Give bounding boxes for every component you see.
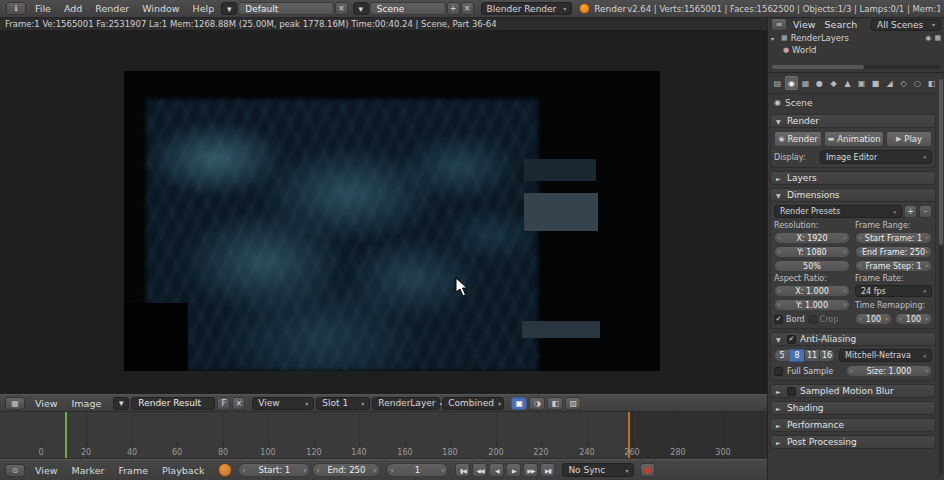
tab-data[interactable]: ■ bbox=[869, 76, 882, 90]
frame-step-field[interactable]: Frame Step: 1 bbox=[855, 260, 932, 272]
antialiasing-checkbox[interactable]: ✓ bbox=[787, 335, 796, 344]
panel-shading-header[interactable]: ► Shading bbox=[770, 401, 936, 415]
scene-name-field[interactable]: Scene bbox=[370, 2, 446, 15]
editor-type-info-button[interactable]: ℹ bbox=[6, 2, 26, 15]
scrollbar-thumb[interactable] bbox=[939, 79, 943, 245]
render-restriction-icon[interactable]: ▦ bbox=[934, 34, 941, 42]
outliner-menu-view[interactable]: View bbox=[790, 18, 819, 31]
menu-render[interactable]: Render bbox=[89, 2, 135, 15]
play-reverse-button[interactable]: ◀ bbox=[489, 463, 504, 477]
timeline-menu-playback[interactable]: Playback bbox=[156, 464, 210, 477]
remap-new-field[interactable]: 100 bbox=[895, 313, 932, 325]
full-sample-checkbox[interactable] bbox=[774, 367, 783, 376]
display-mode-dropdown[interactable]: Image Editor▾ bbox=[820, 150, 932, 164]
scrollbar-thumb[interactable] bbox=[772, 65, 864, 69]
tab-particles[interactable]: ○ bbox=[911, 76, 924, 90]
render-button[interactable]: ◉Render bbox=[774, 131, 822, 147]
aa-samples-16-button[interactable]: 16 bbox=[819, 349, 835, 362]
tab-material[interactable]: ◢ bbox=[883, 76, 896, 90]
image-menu-image[interactable]: Image bbox=[66, 397, 108, 410]
image-paint-mode-button[interactable]: ▨ bbox=[565, 397, 581, 410]
properties-vertical-scrollbar[interactable] bbox=[939, 79, 943, 475]
display-channels-color-button[interactable]: ▣ bbox=[511, 397, 527, 410]
timeline-ruler[interactable]: 0 20 40 60 80 100 120 140 160 180 200 22… bbox=[0, 412, 767, 459]
editor-type-outliner-button[interactable]: ≡ bbox=[771, 18, 787, 31]
menu-help[interactable]: Help bbox=[187, 2, 221, 15]
panel-dimensions-header[interactable]: ▼ Dimensions bbox=[770, 188, 936, 202]
end-frame-field[interactable]: End: 250 bbox=[312, 463, 380, 477]
preset-add-button[interactable]: + bbox=[904, 205, 917, 218]
slot-dropdown[interactable]: Slot 1▾ bbox=[316, 397, 370, 410]
image-menu-view[interactable]: View bbox=[29, 397, 64, 410]
tab-scene[interactable]: ▦ bbox=[799, 76, 812, 90]
panel-post-processing-header[interactable]: ► Post Processing bbox=[770, 435, 936, 449]
panel-render-header[interactable]: ▼ Render bbox=[770, 114, 936, 128]
view-mode-dropdown[interactable]: View▾ bbox=[252, 397, 314, 410]
screen-layout-name-field[interactable]: Default bbox=[238, 2, 334, 15]
start-frame-field[interactable]: Start: 1 bbox=[238, 463, 310, 477]
outliner-scope-dropdown[interactable]: All Scenes▾ bbox=[871, 19, 941, 31]
scene-unlink-button[interactable]: × bbox=[461, 2, 474, 15]
screen-layout-unlink-button[interactable]: × bbox=[335, 2, 348, 15]
jump-to-end-button[interactable]: ▶▮ bbox=[540, 463, 555, 477]
outliner-item-world[interactable]: ● World bbox=[768, 44, 944, 56]
prev-keyframe-button[interactable]: ◀◀ bbox=[472, 463, 487, 477]
play-rendered-button[interactable]: ▶Play bbox=[886, 131, 932, 147]
crop-checkbox[interactable] bbox=[808, 315, 817, 324]
current-frame-field[interactable]: 1 bbox=[386, 463, 448, 477]
start-frame-field[interactable]: Start Frame: 1 bbox=[855, 232, 932, 244]
tab-object[interactable]: ◆ bbox=[827, 76, 840, 90]
aspect-x-field[interactable]: X: 1.000 bbox=[774, 285, 850, 297]
render-presets-dropdown[interactable]: Render Presets▾ bbox=[774, 205, 902, 218]
play-button[interactable]: ▶ bbox=[506, 463, 521, 477]
tab-modifiers[interactable]: ▣ bbox=[855, 76, 868, 90]
camera-restriction-icon[interactable]: ◉ bbox=[925, 34, 931, 42]
preview-range-clock-icon[interactable] bbox=[218, 463, 232, 477]
menu-file[interactable]: File bbox=[29, 2, 57, 15]
image-unlink-button[interactable]: × bbox=[232, 397, 245, 410]
image-editor-viewport[interactable] bbox=[0, 31, 767, 394]
tab-texture[interactable]: ◇ bbox=[897, 76, 910, 90]
aa-samples-11-button[interactable]: 11 bbox=[804, 349, 820, 362]
record-button[interactable] bbox=[640, 463, 655, 477]
render-pass-dropdown[interactable]: Combined▾ bbox=[442, 397, 504, 410]
tab-world[interactable]: ● bbox=[813, 76, 826, 90]
render-layer-dropdown[interactable]: RenderLayer▾ bbox=[372, 397, 440, 410]
disclosure-icon[interactable]: ▾ bbox=[771, 35, 778, 42]
aspect-y-field[interactable]: Y: 1.000 bbox=[774, 299, 850, 311]
aa-samples-5-button[interactable]: 5 bbox=[774, 349, 790, 362]
panel-layers-header[interactable]: ► Layers bbox=[770, 171, 936, 185]
render-engine-dropdown[interactable]: Blender Render▾ bbox=[481, 2, 573, 15]
panel-performance-header[interactable]: ► Performance bbox=[770, 418, 936, 432]
editor-type-timeline-button[interactable]: ⊙ bbox=[5, 464, 25, 477]
outliner-horizontal-scrollbar[interactable] bbox=[772, 65, 940, 69]
screen-layout-browse-button[interactable]: ▾ bbox=[221, 2, 237, 15]
sync-mode-dropdown[interactable]: No Sync▾ bbox=[562, 463, 634, 477]
tab-render[interactable]: ◉ bbox=[785, 76, 798, 90]
preset-remove-button[interactable]: - bbox=[919, 205, 932, 218]
panel-motion-blur-header[interactable]: ► Sampled Motion Blur bbox=[770, 384, 936, 398]
frame-rate-dropdown[interactable]: 24 fps▾ bbox=[855, 285, 932, 297]
end-frame-field[interactable]: End Frame: 250 bbox=[855, 246, 932, 258]
resolution-x-field[interactable]: X: 1920 bbox=[774, 232, 850, 244]
border-checkbox[interactable]: ✓ bbox=[774, 315, 783, 324]
timeline-menu-view[interactable]: View bbox=[29, 464, 64, 477]
image-browse-button[interactable]: ▾ bbox=[113, 397, 129, 410]
fake-user-button[interactable]: F bbox=[217, 397, 230, 410]
image-datablock-field[interactable]: Render Result bbox=[131, 397, 215, 410]
panel-antialiasing-header[interactable]: ▼ ✓ Anti-Aliasing bbox=[770, 332, 936, 346]
timeline-menu-frame[interactable]: Frame bbox=[112, 464, 154, 477]
outliner-item-renderlayers[interactable]: ▾ ▦ RenderLayers ◉ ▦ bbox=[768, 32, 944, 44]
aa-filter-dropdown[interactable]: Mitchell-Netrava▾ bbox=[839, 349, 932, 362]
tab-physics[interactable]: ◧ bbox=[925, 76, 938, 90]
display-channels-alpha-button[interactable]: ◑ bbox=[529, 397, 545, 410]
jump-to-start-button[interactable]: ▮◀ bbox=[455, 463, 470, 477]
next-keyframe-button[interactable]: ▶▶ bbox=[523, 463, 538, 477]
display-channels-z-button[interactable]: ◧ bbox=[547, 397, 563, 410]
scene-add-button[interactable]: + bbox=[447, 2, 460, 15]
tab-constraints[interactable]: ▲ bbox=[841, 76, 854, 90]
menu-add[interactable]: Add bbox=[58, 2, 88, 15]
properties-editor-type-button[interactable]: ▤ bbox=[771, 76, 784, 90]
resolution-y-field[interactable]: Y: 1080 bbox=[774, 246, 850, 258]
motion-blur-checkbox[interactable] bbox=[787, 387, 796, 396]
